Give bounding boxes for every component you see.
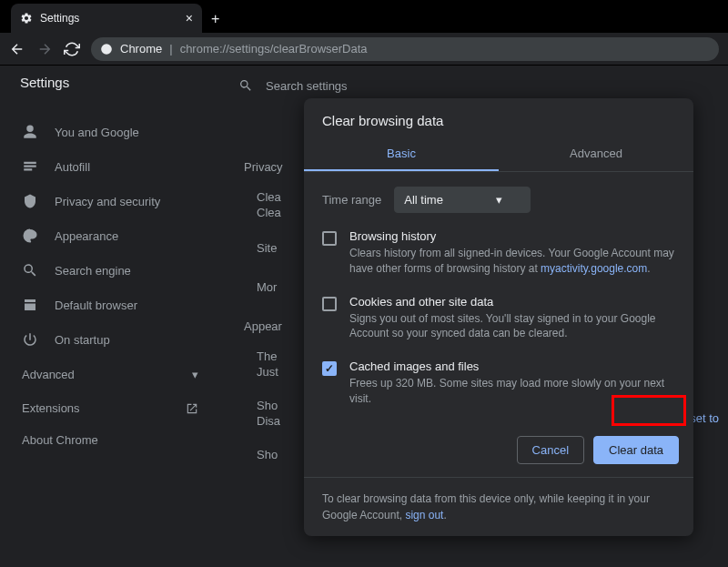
address-bar[interactable]: Chrome | chrome://settings/clearBrowserD… bbox=[91, 37, 719, 61]
settings-sidebar: You and Google Autofill Privacy and secu… bbox=[0, 66, 220, 567]
back-icon[interactable] bbox=[9, 41, 25, 57]
sidebar-item-you-and-google[interactable]: You and Google bbox=[0, 115, 220, 149]
checkbox-cookies[interactable] bbox=[322, 297, 337, 311]
option-cached: Cached images and files Frees up 320 MB.… bbox=[322, 359, 675, 407]
dialog-title: Clear browsing data bbox=[304, 98, 693, 137]
sidebar-item-label: Appearance bbox=[55, 229, 118, 243]
search-placeholder: Search settings bbox=[266, 79, 348, 93]
dialog-actions: Cancel Clear data bbox=[304, 430, 693, 477]
option-desc: Signs you out of most sites. You'll stay… bbox=[349, 311, 675, 342]
omnibox-path: chrome://settings/clearBrowserData bbox=[180, 42, 368, 56]
checkbox-cached[interactable] bbox=[322, 361, 337, 376]
sidebar-item-label: On startup bbox=[55, 333, 110, 347]
option-title: Cached images and files bbox=[349, 359, 675, 373]
page-title: Settings bbox=[20, 75, 69, 90]
sidebar-item-appearance[interactable]: Appearance bbox=[0, 218, 220, 253]
search-icon bbox=[238, 78, 253, 93]
sidebar-item-label: Privacy and security bbox=[55, 195, 160, 208]
gear-icon bbox=[20, 12, 33, 25]
dialog-tabs: Basic Advanced bbox=[304, 137, 693, 172]
time-range-label: Time range bbox=[322, 193, 381, 207]
time-range-select[interactable]: All time ▾ bbox=[394, 187, 531, 213]
clear-browsing-data-dialog: Clear browsing data Basic Advanced Time … bbox=[304, 98, 693, 536]
omnibox-separator: | bbox=[169, 42, 172, 56]
sidebar-item-label: You and Google bbox=[55, 126, 139, 139]
sidebar-link-label: About Chrome bbox=[22, 433, 98, 447]
chevron-down-icon: ▾ bbox=[192, 368, 198, 381]
sidebar-item-label: Autofill bbox=[55, 160, 90, 174]
sidebar-item-autofill[interactable]: Autofill bbox=[0, 149, 220, 184]
forward-icon[interactable] bbox=[36, 41, 53, 57]
dialog-footer: To clear browsing data from this device … bbox=[304, 477, 693, 536]
omnibox-prefix: Chrome bbox=[120, 42, 162, 56]
chevron-down-icon: ▾ bbox=[496, 193, 502, 207]
cancel-button[interactable]: Cancel bbox=[517, 436, 584, 464]
sidebar-item-label: Default browser bbox=[55, 299, 137, 312]
tab-basic[interactable]: Basic bbox=[304, 137, 499, 171]
tab-advanced[interactable]: Advanced bbox=[499, 137, 693, 171]
option-desc: Clears history from all signed-in device… bbox=[349, 246, 675, 277]
sidebar-about[interactable]: About Chrome bbox=[0, 424, 220, 456]
close-icon[interactable]: × bbox=[186, 11, 193, 25]
option-browsing-history: Browsing history Clears history from all… bbox=[322, 229, 675, 277]
time-range-value: All time bbox=[404, 193, 443, 207]
sidebar-extensions[interactable]: Extensions bbox=[0, 392, 220, 424]
checkbox-browsing-history[interactable] bbox=[322, 231, 337, 246]
sidebar-item-privacy[interactable]: Privacy and security bbox=[0, 184, 220, 218]
sidebar-item-search-engine[interactable]: Search engine bbox=[0, 253, 220, 288]
browser-tab[interactable]: Settings × bbox=[11, 4, 202, 33]
svg-point-0 bbox=[101, 44, 112, 55]
sidebar-advanced[interactable]: Advanced▾ bbox=[0, 357, 220, 392]
option-title: Cookies and other site data bbox=[349, 295, 675, 309]
chrome-icon bbox=[100, 43, 113, 56]
tab-title: Settings bbox=[40, 12, 79, 25]
tab-strip: Settings × + bbox=[0, 0, 728, 33]
sidebar-item-default-browser[interactable]: Default browser bbox=[0, 288, 220, 322]
sidebar-item-label: Search engine bbox=[55, 264, 131, 278]
option-cookies: Cookies and other site data Signs you ou… bbox=[322, 295, 675, 342]
myactivity-link[interactable]: myactivity.google.com bbox=[541, 262, 647, 275]
sign-out-link[interactable]: sign out bbox=[405, 509, 443, 521]
dialog-body: Time range All time ▾ Browsing history C… bbox=[304, 172, 693, 430]
new-tab-button[interactable]: + bbox=[202, 5, 228, 33]
option-title: Browsing history bbox=[349, 229, 675, 243]
sidebar-advanced-label: Advanced bbox=[22, 368, 75, 381]
reload-icon[interactable] bbox=[64, 41, 80, 57]
clear-data-button[interactable]: Clear data bbox=[593, 436, 679, 464]
browser-toolbar: Chrome | chrome://settings/clearBrowserD… bbox=[0, 33, 728, 66]
time-range-row: Time range All time ▾ bbox=[322, 187, 675, 213]
sidebar-item-on-startup[interactable]: On startup bbox=[0, 322, 220, 357]
option-desc: Frees up 320 MB. Some sites may load mor… bbox=[349, 376, 675, 407]
sidebar-link-label: Extensions bbox=[22, 401, 80, 415]
external-link-icon bbox=[186, 402, 198, 415]
